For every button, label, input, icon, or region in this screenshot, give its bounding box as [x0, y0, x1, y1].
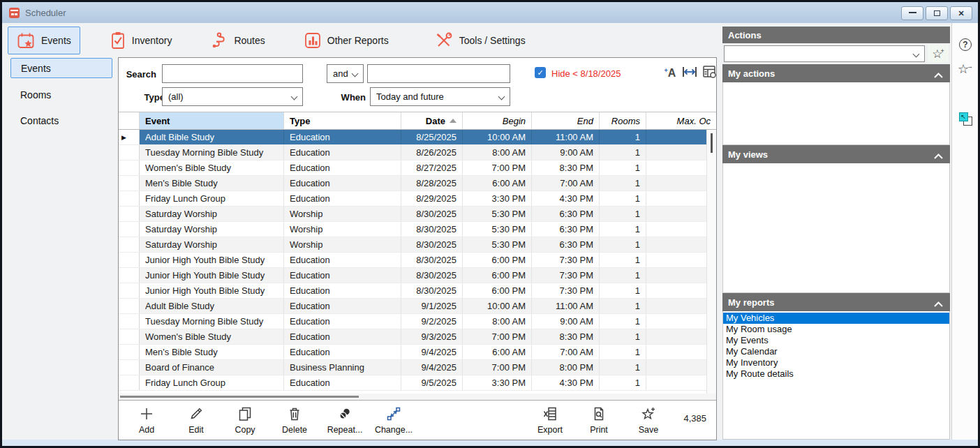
chevron-down-icon — [498, 94, 505, 100]
row-selector-cell[interactable] — [119, 360, 140, 375]
table-row[interactable]: Junior High Youth Bible StudyEducation8/… — [119, 283, 716, 299]
change-button[interactable]: Change... — [370, 405, 417, 437]
report-item[interactable]: My Room usage — [723, 324, 949, 335]
sidebar-item-rooms[interactable]: Rooms — [10, 84, 112, 105]
pop-out-button[interactable]: ↖ — [952, 112, 979, 126]
my-actions-header[interactable]: My actions — [722, 64, 950, 82]
vertical-scrollbar[interactable] — [706, 130, 716, 394]
cell-date: 9/4/2025 — [401, 360, 463, 375]
delete-button[interactable]: Delete — [271, 405, 318, 437]
column-header-begin[interactable]: Begin — [463, 112, 532, 129]
add-button[interactable]: Add — [123, 405, 170, 437]
table-row[interactable]: Saturday WorshipWorship8/30/20255:30 PM6… — [119, 237, 716, 253]
collapse-chevron-icon[interactable] — [934, 299, 943, 309]
cell-max — [646, 268, 716, 283]
row-selector-cell[interactable] — [119, 222, 140, 237]
table-row[interactable]: Women's Bible StudyEducation8/27/20257:0… — [119, 160, 716, 176]
table-row[interactable]: Saturday WorshipWorship8/30/20255:30 PM6… — [119, 222, 716, 237]
repeat-button[interactable]: Repeat... — [321, 405, 369, 437]
row-selector-cell[interactable] — [119, 268, 140, 283]
my-views-list — [722, 163, 950, 293]
toolbar-tools-settings-button[interactable]: Tools / Settings — [426, 27, 535, 54]
table-row[interactable]: Women's Bible StudyEducation9/3/20257:00… — [119, 329, 716, 345]
report-item[interactable]: My Vehicles — [723, 313, 949, 324]
save-action-button[interactable]: ☆+ — [928, 45, 949, 63]
and-or-select[interactable]: and — [327, 64, 364, 83]
table-row[interactable]: Board of FinanceBusiness Planning9/4/202… — [119, 360, 716, 375]
table-row[interactable]: Junior High Youth Bible StudyEducation8/… — [119, 253, 716, 268]
row-selector-cell[interactable] — [119, 345, 140, 359]
my-reports-header[interactable]: My reports — [722, 293, 950, 311]
collapse-chevron-icon[interactable] — [934, 70, 943, 80]
column-header-date[interactable]: Date — [401, 112, 463, 129]
cell-rooms: 1 — [600, 191, 646, 206]
row-selector-cell[interactable] — [119, 207, 140, 221]
sidebar-item-contacts[interactable]: Contacts — [10, 110, 112, 130]
toolbar-other-reports-button[interactable]: Other Reports — [295, 27, 398, 54]
row-selector-cell[interactable] — [119, 176, 140, 191]
table-row[interactable]: Tuesday Morning Bible StudyEducation8/26… — [119, 145, 716, 160]
report-item[interactable]: My Route details — [723, 368, 949, 380]
toolbar-inventory-button[interactable]: Inventory — [101, 27, 181, 54]
table-row[interactable]: Friday Lunch GroupEducation8/29/20253:30… — [119, 191, 716, 207]
report-item[interactable]: My Events — [723, 335, 949, 346]
table-row[interactable]: Adult Bible StudyEducation9/1/202510:00 … — [119, 299, 716, 314]
cell-date: 8/30/2025 — [401, 268, 463, 283]
column-header-end[interactable]: End — [532, 112, 600, 129]
toolbar-routes-button[interactable]: Routes — [202, 27, 274, 54]
row-selector-cell[interactable] — [119, 237, 140, 252]
row-selector-cell[interactable] — [119, 191, 140, 206]
search-input-2[interactable] — [367, 64, 510, 83]
table-row[interactable]: ▶Adult Bible StudyEducation8/25/202510:0… — [119, 130, 716, 145]
column-header-rooms[interactable]: Rooms — [600, 112, 646, 129]
column-header-max-occupancy[interactable]: Max. Oc — [646, 112, 716, 129]
vertical-scrollbar-thumb[interactable] — [711, 133, 713, 153]
type-select[interactable]: (all) — [162, 87, 303, 106]
row-selector-cell[interactable] — [119, 314, 140, 329]
collapse-chevron-icon[interactable] — [934, 151, 943, 161]
table-row[interactable]: Junior High Youth Bible StudyEducation8/… — [119, 268, 716, 283]
table-row[interactable]: Saturday WorshipWorship8/30/20255:30 PM6… — [119, 207, 716, 222]
row-selector-cell[interactable] — [119, 299, 140, 313]
maximize-button[interactable] — [926, 6, 948, 20]
print-button[interactable]: Print — [575, 405, 623, 437]
cell-date: 8/26/2025 — [401, 145, 463, 160]
column-header-event[interactable]: Event — [140, 112, 284, 129]
sidebar-item-events[interactable]: Events — [10, 58, 112, 78]
horizontal-scrollbar-thumb[interactable] — [120, 396, 359, 398]
horizontal-scrollbar[interactable] — [119, 394, 716, 400]
save-button[interactable]: Save — [625, 405, 672, 437]
table-row[interactable]: Tuesday Morning Bible StudyEducation9/2/… — [119, 314, 716, 329]
row-selector-cell[interactable] — [119, 329, 140, 344]
row-selector-cell[interactable]: ▶ — [119, 130, 140, 144]
when-select[interactable]: Today and future — [370, 87, 510, 106]
report-item[interactable]: My Calendar — [723, 346, 949, 357]
search-input[interactable] — [162, 64, 303, 83]
row-selector-cell[interactable] — [119, 145, 140, 160]
export-button[interactable]: Export — [526, 405, 574, 437]
minimize-button[interactable] — [901, 6, 923, 20]
fit-columns-button[interactable] — [681, 66, 698, 81]
row-selector-cell[interactable] — [119, 375, 140, 390]
copy-button[interactable]: Copy — [221, 405, 269, 437]
actions-combobox[interactable] — [724, 45, 925, 62]
column-settings-button[interactable] — [701, 66, 718, 81]
row-selector-cell[interactable] — [119, 283, 140, 298]
row-selector-cell[interactable] — [119, 160, 140, 175]
cell-max — [646, 329, 716, 344]
hide-past-checkbox[interactable]: ✓ — [535, 67, 546, 78]
table-row[interactable]: Men's Bible StudyEducation9/4/20256:00 A… — [119, 345, 716, 360]
column-header-type[interactable]: Type — [284, 112, 401, 129]
report-item[interactable]: My Inventory — [723, 357, 949, 368]
close-button[interactable]: ✕ — [950, 6, 972, 20]
edit-button[interactable]: Edit — [172, 405, 220, 437]
table-row[interactable]: Friday Lunch GroupEducation9/5/20253:30 … — [119, 375, 716, 391]
star-plus-icon: ☆+ — [932, 47, 944, 61]
table-row[interactable]: Men's Bible StudyEducation8/28/20256:00 … — [119, 176, 716, 191]
apply-view-button[interactable]: ☆→ — [952, 61, 979, 77]
row-selector-cell[interactable] — [119, 253, 140, 267]
my-views-header[interactable]: My views — [722, 145, 950, 163]
toolbar-events-button[interactable]: Events — [8, 27, 80, 54]
font-size-button[interactable]: +A — [662, 66, 678, 81]
help-button[interactable]: ? — [952, 38, 979, 51]
